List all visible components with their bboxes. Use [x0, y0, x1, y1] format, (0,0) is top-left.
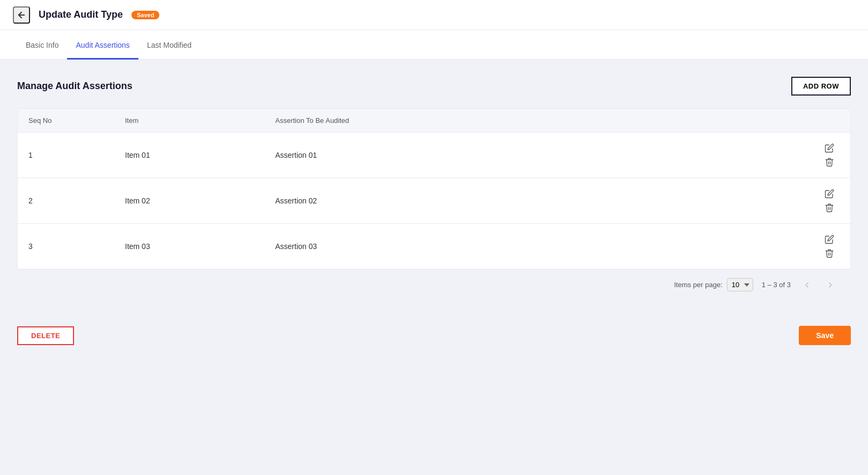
cell-item-1: Item 02 [114, 178, 264, 224]
items-per-page-container: Items per page: 5 10 25 50 [674, 278, 753, 291]
next-page-button[interactable] [823, 280, 838, 290]
header-bar: Update Audit Type Saved [0, 0, 868, 30]
cell-seq-2: 3 [18, 224, 114, 269]
page-body: Manage Audit Assertions ADD ROW Seq No I… [0, 60, 868, 313]
tab-basic-info[interactable]: Basic Info [17, 30, 67, 60]
edit-button-1[interactable] [821, 187, 837, 201]
delete-row-button-0[interactable] [821, 155, 837, 169]
cell-seq-0: 1 [18, 133, 114, 178]
col-header-seq-no: Seq No [18, 109, 114, 133]
table-row: 3 Item 03 Assertion 03 [18, 224, 850, 269]
cell-assertion-0: Assertion 01 [264, 133, 797, 178]
delete-button[interactable]: DELETE [17, 326, 74, 345]
edit-button-2[interactable] [821, 232, 837, 246]
delete-row-button-1[interactable] [821, 201, 837, 215]
col-header-item: Item [114, 109, 264, 133]
delete-row-button-2[interactable] [821, 246, 837, 260]
cell-item-2: Item 03 [114, 224, 264, 269]
prev-page-button[interactable] [799, 280, 814, 290]
saved-badge: Saved [131, 11, 159, 19]
page-title: Update Audit Type [39, 9, 123, 20]
main-content: Basic Info Audit Assertions Last Modifie… [0, 30, 868, 358]
back-button[interactable] [13, 6, 30, 24]
cell-actions-1 [797, 178, 850, 224]
table-header-row: Seq No Item Assertion To Be Audited [18, 109, 850, 133]
save-button[interactable]: Save [799, 326, 851, 345]
col-header-actions [797, 109, 850, 133]
section-header: Manage Audit Assertions ADD ROW [17, 77, 851, 96]
cell-assertion-2: Assertion 03 [264, 224, 797, 269]
add-row-button[interactable]: ADD ROW [791, 77, 851, 96]
cell-item-0: Item 01 [114, 133, 264, 178]
col-header-assertion: Assertion To Be Audited [264, 109, 797, 133]
table-row: 1 Item 01 Assertion 01 [18, 133, 850, 178]
assertions-table: Seq No Item Assertion To Be Audited 1 It… [18, 109, 850, 269]
footer-actions: DELETE Save [0, 313, 868, 358]
edit-button-0[interactable] [821, 141, 837, 155]
items-per-page-select[interactable]: 5 10 25 50 [727, 278, 753, 291]
tabs-container: Basic Info Audit Assertions Last Modifie… [0, 30, 868, 60]
table-row: 2 Item 02 Assertion 02 [18, 178, 850, 224]
items-per-page-label: Items per page: [674, 281, 722, 289]
pagination-row: Items per page: 5 10 25 50 1 – 3 of 3 [17, 269, 851, 300]
table-wrapper: Seq No Item Assertion To Be Audited 1 It… [17, 108, 851, 269]
cell-seq-1: 2 [18, 178, 114, 224]
cell-actions-0 [797, 133, 850, 178]
section-title: Manage Audit Assertions [17, 81, 133, 92]
cell-actions-2 [797, 224, 850, 269]
tab-audit-assertions[interactable]: Audit Assertions [67, 30, 138, 60]
page-info: 1 – 3 of 3 [762, 281, 791, 289]
tab-last-modified[interactable]: Last Modified [138, 30, 200, 60]
cell-assertion-1: Assertion 02 [264, 178, 797, 224]
